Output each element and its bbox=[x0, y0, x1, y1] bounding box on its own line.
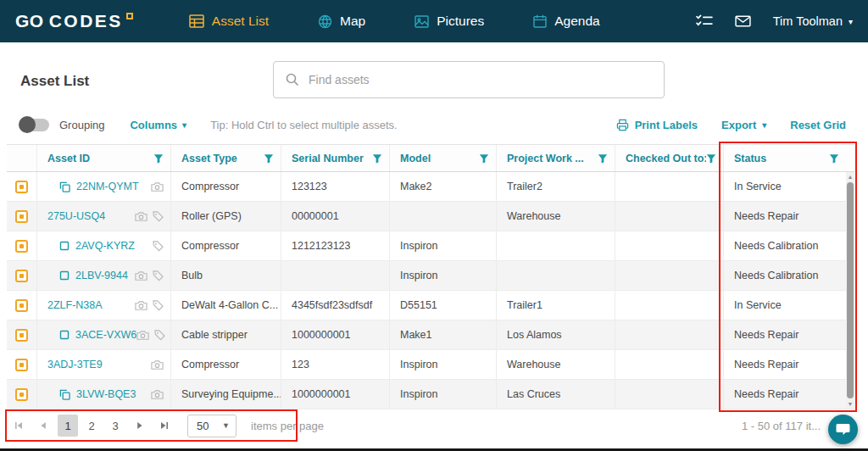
qr-code-icon[interactable] bbox=[15, 210, 28, 223]
search-icon bbox=[286, 73, 299, 86]
asset-id-link[interactable]: 22NM-QYMT bbox=[76, 181, 139, 192]
camera-icon bbox=[135, 270, 147, 281]
first-page-button[interactable] bbox=[8, 415, 29, 437]
prev-page-button[interactable] bbox=[33, 415, 53, 437]
asset-type-cell: DeWalt 4-Gallon C... bbox=[171, 291, 281, 320]
column-header-label: Checked Out to: bbox=[626, 153, 706, 164]
asset-type-cell: Cable stripper bbox=[171, 320, 281, 349]
column-header-label: Asset Type bbox=[181, 153, 264, 164]
table-row[interactable]: 2ZLF-N38ADeWalt 4-Gallon C...4345fsdf23s… bbox=[7, 291, 854, 320]
chevron-down-icon: ▼ bbox=[222, 421, 230, 430]
checked-out-cell bbox=[615, 291, 724, 320]
qr-code-icon[interactable] bbox=[15, 359, 28, 371]
column-header-id[interactable]: Asset ID bbox=[37, 145, 171, 171]
serial-number-cell bbox=[281, 261, 390, 290]
column-header-serial[interactable]: Serial Number bbox=[281, 145, 390, 171]
table-row[interactable]: 22NM-QYMTCompressor123123Make2Trailer2In… bbox=[7, 172, 854, 202]
camera-icon bbox=[135, 211, 147, 222]
column-header-status[interactable]: Status bbox=[724, 145, 846, 171]
page-number-button[interactable]: 1 bbox=[58, 415, 78, 437]
model-cell bbox=[390, 202, 497, 231]
last-page-button[interactable] bbox=[154, 415, 175, 437]
asset-id-link[interactable]: 2LBV-9944 bbox=[75, 270, 128, 281]
page-number-button[interactable]: 2 bbox=[81, 415, 102, 437]
map-icon bbox=[318, 14, 332, 29]
table-row[interactable]: 2LBV-9944BulbInspironNeeds Calibration bbox=[7, 261, 854, 291]
tag-icon bbox=[153, 211, 164, 222]
chevron-down-icon: ▾ bbox=[182, 120, 186, 130]
project-cell: Warehouse bbox=[497, 350, 615, 379]
next-page-button[interactable] bbox=[130, 415, 150, 437]
filter-icon[interactable] bbox=[264, 153, 274, 164]
user-menu[interactable]: Tim Toolman ▾ bbox=[773, 14, 853, 28]
table-row[interactable]: 3ADJ-3TE9Compressor123InspironWarehouseN… bbox=[7, 350, 854, 380]
user-name: Tim Toolman bbox=[773, 14, 843, 28]
filter-icon[interactable] bbox=[372, 153, 382, 164]
status-cell: Needs Calibration bbox=[724, 231, 846, 260]
search-input[interactable] bbox=[309, 73, 652, 86]
filter-icon[interactable] bbox=[598, 153, 608, 164]
reset-grid-button[interactable]: Reset Grid bbox=[790, 119, 846, 131]
table-row[interactable]: 3ACE-VXW6Cable stripper1000000001Make1Lo… bbox=[7, 320, 854, 350]
model-cell: Inspiron bbox=[390, 261, 497, 290]
logo-yellow-square bbox=[126, 13, 133, 19]
chat-widget-button[interactable] bbox=[828, 415, 858, 444]
table-row[interactable]: 3LVW-BQE3Surveying Equipme...1000000001I… bbox=[7, 380, 854, 409]
checked-out-cell bbox=[615, 202, 724, 231]
tasks-checklist-icon[interactable] bbox=[696, 14, 713, 28]
nav-item-pictures[interactable]: Pictures bbox=[415, 14, 484, 29]
asset-id-link[interactable]: 3LVW-BQE3 bbox=[76, 388, 136, 400]
asset-type-cell: Compressor bbox=[171, 231, 281, 260]
filter-icon[interactable] bbox=[829, 153, 839, 164]
select-column-header bbox=[7, 145, 37, 171]
nav-item-agenda[interactable]: Agenda bbox=[533, 14, 599, 29]
filter-icon[interactable] bbox=[479, 153, 489, 164]
qr-code-icon[interactable] bbox=[15, 240, 28, 253]
page-number-button[interactable]: 3 bbox=[105, 415, 125, 437]
camera-icon bbox=[151, 359, 164, 370]
nav-item-asset-list[interactable]: Asset List bbox=[189, 14, 269, 29]
mail-icon[interactable] bbox=[735, 15, 751, 27]
columns-button[interactable]: Columns ▾ bbox=[130, 119, 186, 131]
asset-id-link[interactable]: 2AVQ-KYRZ bbox=[75, 240, 135, 252]
vertical-scrollbar[interactable]: ▲ ▼ bbox=[846, 172, 854, 409]
qr-code-icon[interactable] bbox=[15, 181, 28, 193]
print-labels-button[interactable]: Print Labels bbox=[616, 119, 698, 131]
tag-icon bbox=[153, 241, 164, 252]
column-header-checked[interactable]: Checked Out to: bbox=[615, 145, 724, 171]
qr-code-icon[interactable] bbox=[15, 388, 28, 401]
asset-id-link[interactable]: 2ZLF-N38A bbox=[47, 299, 103, 311]
asset-id-link[interactable]: 3ADJ-3TE9 bbox=[47, 359, 103, 370]
page-range-label: 1 - 50 of 117 it... bbox=[742, 420, 821, 432]
table-row[interactable]: 275U-USQ4Roller (GPS)00000001WarehouseNe… bbox=[7, 202, 854, 231]
asset-id-link[interactable]: 275U-USQ4 bbox=[47, 210, 105, 222]
page-number-list: 123 bbox=[58, 415, 125, 437]
select-cell bbox=[7, 380, 37, 409]
qr-code-icon[interactable] bbox=[15, 270, 28, 282]
page-size-select[interactable]: 50 ▼ bbox=[187, 415, 236, 437]
filter-icon[interactable] bbox=[153, 153, 164, 164]
column-header-label: Serial Number bbox=[292, 153, 372, 164]
grouping-toggle[interactable] bbox=[20, 119, 49, 131]
scroll-down-icon[interactable]: ▼ bbox=[848, 399, 854, 409]
table-row[interactable]: 2AVQ-KYRZCompressor1212123123InspironNee… bbox=[7, 231, 854, 261]
qr-code-icon[interactable] bbox=[15, 299, 28, 312]
column-header-type[interactable]: Asset Type bbox=[171, 145, 281, 171]
chat-bubble-icon bbox=[836, 423, 850, 436]
scroll-up-icon[interactable]: ▲ bbox=[848, 172, 854, 181]
filter-icon[interactable] bbox=[706, 153, 716, 164]
asset-type-cell: Surveying Equipme... bbox=[171, 380, 281, 409]
gocodes-logo[interactable]: GO CODES bbox=[15, 11, 133, 31]
qr-code-icon[interactable] bbox=[15, 329, 28, 342]
column-header-project[interactable]: Project Work ... bbox=[497, 145, 615, 171]
copy-icon bbox=[59, 181, 70, 192]
column-header-model[interactable]: Model bbox=[390, 145, 497, 171]
column-header-label: Project Work ... bbox=[507, 153, 598, 164]
export-button[interactable]: Export ▾ bbox=[721, 119, 766, 131]
asset-id-link[interactable]: 3ACE-VXW6 bbox=[75, 329, 136, 341]
model-cell: Make2 bbox=[390, 172, 497, 201]
scrollbar-thumb[interactable] bbox=[847, 182, 854, 398]
asset-type-cell: Compressor bbox=[171, 172, 281, 201]
nav-item-map[interactable]: Map bbox=[318, 14, 365, 29]
status-cell: Needs Repair bbox=[724, 350, 846, 379]
